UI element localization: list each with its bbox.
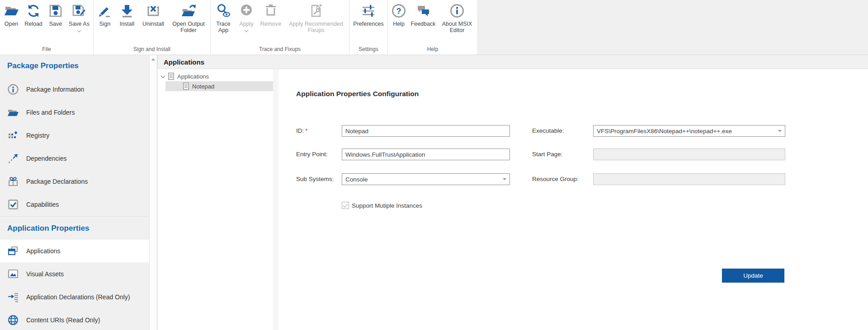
sidebar-item-label: Files and Folders bbox=[26, 109, 75, 116]
open-output-folder-button[interactable]: Open Output Folder bbox=[168, 0, 209, 33]
trace-app-button[interactable]: Trace App bbox=[212, 0, 235, 33]
applications-windows-icon bbox=[7, 245, 19, 257]
support-multiple-instances-checkbox-row: Support Mutiple Instances bbox=[342, 202, 422, 209]
application-declarations-icon bbox=[7, 291, 19, 303]
scrollbar-up-arrow-icon[interactable] bbox=[151, 58, 155, 60]
preferences-button-label: Preferences bbox=[353, 21, 383, 27]
executable-field-label: Executable: bbox=[532, 125, 564, 137]
sidebar-item-label: Package Information bbox=[26, 86, 84, 93]
reload-button-label: Reload bbox=[24, 21, 42, 27]
applications-tree: Applications Notepad bbox=[157, 69, 273, 330]
sidebar-item-label: Package Declarations bbox=[26, 178, 88, 185]
tree-node-applications[interactable]: Applications bbox=[157, 71, 273, 81]
support-multiple-instances-label: Support Mutiple Instances bbox=[352, 202, 422, 209]
tree-node-label: Applications bbox=[177, 73, 209, 80]
feedback-button[interactable]: Feedback bbox=[409, 0, 438, 27]
required-asterisk: * bbox=[305, 127, 307, 134]
about-msix-editor-button-label: About MSIX Editor bbox=[438, 21, 476, 33]
id-input[interactable] bbox=[342, 125, 510, 137]
save-button[interactable]: Save bbox=[45, 0, 66, 27]
help-question-icon: ? bbox=[391, 3, 406, 19]
form-title: Application Properties Configuration bbox=[296, 90, 419, 98]
install-button-label: Install bbox=[120, 21, 135, 27]
resource-group-input-disabled bbox=[593, 173, 785, 185]
sidebar-item-label: Registry bbox=[26, 132, 49, 139]
sidebar-item-package-declarations[interactable]: Package Declarations bbox=[0, 170, 149, 193]
open-folder-icon bbox=[4, 3, 19, 19]
sidebar-item-application-declarations[interactable]: Application Declarations (Read Only) bbox=[0, 285, 149, 308]
sidebar-item-package-information[interactable]: Package Information bbox=[0, 78, 149, 101]
content-uris-globe-icon bbox=[7, 314, 19, 326]
about-msix-editor-button[interactable]: About MSIX Editor bbox=[438, 0, 476, 33]
tree-form-splitter[interactable] bbox=[273, 69, 278, 330]
uninstall-icon bbox=[146, 3, 161, 19]
sidebar-item-label: Visual Assets bbox=[26, 270, 64, 278]
help-button-label: Help bbox=[393, 21, 405, 27]
sidebar-item-label: Capabilities bbox=[26, 201, 59, 208]
sidebar-item-visual-assets[interactable]: Visual Assets bbox=[0, 262, 149, 285]
help-button[interactable]: ? Help bbox=[389, 0, 409, 27]
navigation-sidebar: Package Properties Package Information F… bbox=[0, 55, 149, 330]
preferences-button[interactable]: Preferences bbox=[350, 0, 387, 27]
install-button[interactable]: Install bbox=[115, 0, 139, 27]
save-icon bbox=[48, 3, 63, 19]
entry-point-field-label: Entry Point: bbox=[296, 149, 328, 160]
sidebar-item-files-and-folders[interactable]: Files and Folders bbox=[0, 101, 149, 124]
ribbon-group-label-sign-and-install: Sign and Install bbox=[94, 45, 209, 55]
ribbon-toolbar: Open Reload Save bbox=[0, 0, 868, 55]
about-info-icon bbox=[449, 3, 465, 19]
sidebar-item-dependencies[interactable]: Dependencies bbox=[0, 147, 149, 170]
msix-editor-window: Open Reload Save bbox=[0, 0, 868, 330]
sub-systems-field-label: Sub Systems: bbox=[296, 173, 334, 185]
ribbon-empty-area bbox=[478, 0, 868, 55]
capabilities-checkbox-icon bbox=[7, 199, 19, 210]
save-as-button[interactable]: Save As bbox=[66, 0, 92, 32]
trace-app-button-label: Trace App bbox=[212, 21, 235, 33]
sidebar-heading-package-properties: Package Properties bbox=[0, 55, 149, 78]
apply-dropdown-chevron-icon bbox=[245, 28, 248, 32]
support-multiple-instances-checkbox bbox=[342, 202, 349, 209]
preferences-sliders-icon bbox=[361, 3, 376, 19]
uninstall-button-label: Uninstall bbox=[142, 21, 164, 27]
sidebar-scrollbar[interactable] bbox=[149, 55, 157, 330]
remove-button: Remove bbox=[258, 0, 284, 27]
reload-button[interactable]: Reload bbox=[22, 0, 45, 27]
save-as-dropdown-chevron-icon[interactable] bbox=[77, 28, 81, 32]
tree-node-notepad-selected[interactable]: Notepad bbox=[165, 81, 273, 91]
entry-point-input[interactable] bbox=[342, 149, 510, 160]
trace-app-magnifier-icon bbox=[216, 3, 231, 19]
save-as-icon bbox=[71, 3, 87, 19]
start-page-input-disabled bbox=[593, 149, 785, 160]
sidebar-item-registry[interactable]: Registry bbox=[0, 124, 149, 147]
sign-button[interactable]: Sign bbox=[94, 0, 115, 27]
sign-button-label: Sign bbox=[99, 21, 110, 27]
install-arrow-icon bbox=[119, 3, 135, 19]
chevron-down-icon[interactable] bbox=[161, 74, 165, 78]
ribbon-group-file: Open Reload Save bbox=[0, 0, 94, 55]
ribbon-group-sign-and-install: Sign Install Uninstall bbox=[94, 0, 211, 55]
apply-button-label: Apply bbox=[239, 21, 253, 27]
executable-dropdown-value: VFS\ProgramFilesX86\Notepad++\notepad++.… bbox=[597, 128, 732, 135]
sidebar-item-label: Dependencies bbox=[26, 155, 67, 162]
start-page-field-label: Start Page: bbox=[532, 149, 563, 160]
sidebar-item-label: Content URIs (Read Only) bbox=[26, 316, 100, 324]
sidebar-divider bbox=[0, 216, 149, 217]
reload-icon bbox=[26, 3, 41, 19]
sidebar-item-capabilities[interactable]: Capabilities bbox=[0, 193, 149, 216]
save-as-button-label: Save As bbox=[69, 21, 90, 27]
dropdown-arrow-icon bbox=[778, 130, 782, 132]
sub-systems-dropdown[interactable]: Console bbox=[342, 173, 510, 185]
files-and-folders-icon bbox=[7, 107, 19, 118]
apply-plus-icon bbox=[239, 3, 254, 19]
uninstall-button[interactable]: Uninstall bbox=[139, 0, 168, 27]
executable-dropdown[interactable]: VFS\ProgramFilesX86\Notepad++\notepad++.… bbox=[593, 125, 785, 137]
update-button[interactable]: Update bbox=[722, 269, 784, 283]
resource-group-field-label: Resource Group: bbox=[532, 173, 579, 185]
sidebar-item-content-uris[interactable]: Content URIs (Read Only) bbox=[0, 308, 149, 330]
remove-trash-icon bbox=[263, 3, 278, 19]
tree-node-label: Notepad bbox=[192, 83, 214, 90]
open-button[interactable]: Open bbox=[1, 0, 22, 27]
ribbon-group-label-help: Help bbox=[389, 45, 476, 55]
open-output-folder-icon bbox=[181, 3, 196, 19]
sidebar-item-applications[interactable]: Applications bbox=[0, 240, 149, 262]
